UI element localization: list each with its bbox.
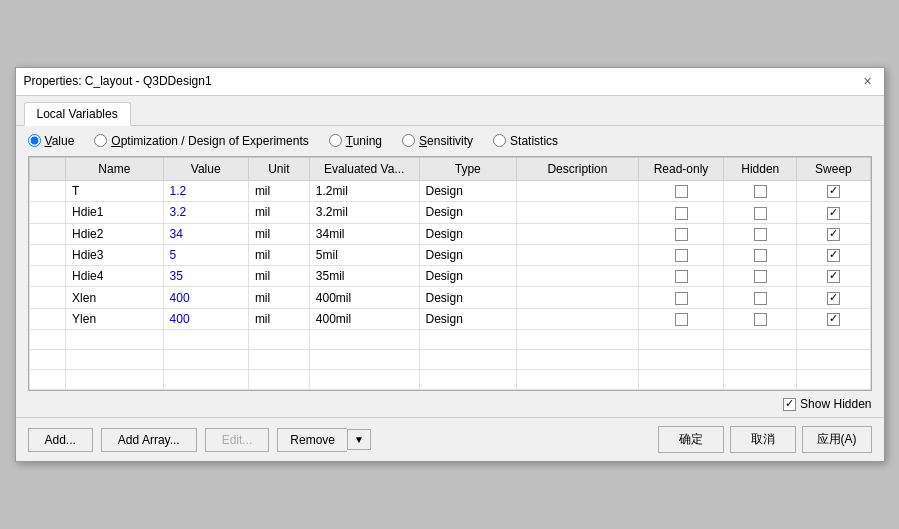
checkbox-cell[interactable] — [724, 287, 797, 308]
checkbox-cell[interactable] — [638, 287, 723, 308]
table-row[interactable]: Hdie435mil35milDesign — [29, 266, 870, 287]
checkbox-cell[interactable] — [724, 223, 797, 244]
checkbox-cell[interactable] — [797, 266, 870, 287]
col-header-type: Type — [419, 157, 517, 180]
radio-sensitivity[interactable]: Sensitivity — [402, 134, 473, 148]
add-array-button[interactable]: Add Array... — [101, 428, 197, 452]
table-row[interactable]: Hdie13.2mil3.2milDesign — [29, 202, 870, 223]
table-row[interactable]: Hdie35mil5milDesign — [29, 244, 870, 265]
checkbox-cell[interactable] — [797, 202, 870, 223]
title-bar: Properties: C_layout - Q3DDesign1 × — [16, 68, 884, 96]
col-header-hidden: Hidden — [724, 157, 797, 180]
content-area: Name Value Unit Evaluated Va... Type Des… — [16, 156, 884, 391]
col-header-unit: Unit — [248, 157, 309, 180]
col-header-value: Value — [163, 157, 248, 180]
col-header-evaluated: Evaluated Va... — [309, 157, 419, 180]
checkbox-cell[interactable] — [724, 308, 797, 329]
table-header-row: Name Value Unit Evaluated Va... Type Des… — [29, 157, 870, 180]
confirm-buttons: 确定 取消 应用(A) — [658, 426, 872, 453]
show-hidden-checkbox[interactable] — [783, 398, 796, 411]
checkbox-cell[interactable] — [638, 223, 723, 244]
table-row[interactable]: Ylen400mil400milDesign — [29, 308, 870, 329]
checkbox-cell[interactable] — [638, 266, 723, 287]
table-row[interactable]: Hdie234mil34milDesign — [29, 223, 870, 244]
checkbox-cell[interactable] — [638, 308, 723, 329]
radio-tuning[interactable]: Tuning — [329, 134, 382, 148]
checkbox-cell[interactable] — [797, 180, 870, 201]
show-hidden-label: Show Hidden — [800, 397, 871, 411]
radio-statistics[interactable]: Statistics — [493, 134, 558, 148]
checkbox-cell[interactable] — [638, 244, 723, 265]
radio-tuning-label: Tuning — [346, 134, 382, 148]
checkbox-cell[interactable] — [797, 308, 870, 329]
radio-value[interactable]: Value — [28, 134, 75, 148]
variables-table-container: Name Value Unit Evaluated Va... Type Des… — [28, 156, 872, 391]
col-header-description: Description — [517, 157, 639, 180]
show-hidden-bar: Show Hidden — [16, 391, 884, 417]
radio-optimization-label: Optimization / Design of Experiments — [111, 134, 308, 148]
table-row[interactable]: T1.2mil1.2milDesign — [29, 180, 870, 201]
checkbox-cell[interactable] — [797, 287, 870, 308]
remove-button[interactable]: Remove — [277, 428, 347, 452]
close-button[interactable]: × — [860, 73, 876, 89]
col-header-readonly: Read-only — [638, 157, 723, 180]
edit-button[interactable]: Edit... — [205, 428, 270, 452]
tabs-container: Local Variables — [16, 96, 884, 126]
table-row-empty — [29, 330, 870, 350]
radio-sensitivity-label: Sensitivity — [419, 134, 473, 148]
add-button[interactable]: Add... — [28, 428, 93, 452]
radio-optimization[interactable]: Optimization / Design of Experiments — [94, 134, 308, 148]
col-header-sweep: Sweep — [797, 157, 870, 180]
checkbox-cell[interactable] — [638, 180, 723, 201]
checkbox-cell[interactable] — [724, 202, 797, 223]
radio-statistics-label: Statistics — [510, 134, 558, 148]
cancel-button[interactable]: 取消 — [730, 426, 796, 453]
action-button-row: Add... Add Array... Edit... Remove ▼ 确定 … — [16, 417, 884, 461]
checkbox-cell[interactable] — [797, 223, 870, 244]
remove-button-group: Remove ▼ — [277, 428, 371, 452]
window-title: Properties: C_layout - Q3DDesign1 — [24, 74, 212, 88]
table-row[interactable]: Xlen400mil400milDesign — [29, 287, 870, 308]
radio-value-label: Value — [45, 134, 75, 148]
variables-table: Name Value Unit Evaluated Va... Type Des… — [29, 157, 871, 390]
table-row-empty — [29, 350, 870, 370]
table-row-empty — [29, 370, 870, 390]
checkbox-cell[interactable] — [724, 244, 797, 265]
ok-button[interactable]: 确定 — [658, 426, 724, 453]
checkbox-cell[interactable] — [724, 266, 797, 287]
remove-dropdown-arrow[interactable]: ▼ — [347, 429, 371, 450]
show-hidden-row: Show Hidden — [783, 397, 871, 411]
apply-button[interactable]: 应用(A) — [802, 426, 872, 453]
radio-options-row: Value Optimization / Design of Experimen… — [16, 126, 884, 156]
checkbox-cell[interactable] — [797, 244, 870, 265]
checkbox-cell[interactable] — [638, 202, 723, 223]
tab-local-variables[interactable]: Local Variables — [24, 102, 131, 126]
col-header-name: Name — [66, 157, 164, 180]
main-window: Properties: C_layout - Q3DDesign1 × Loca… — [15, 67, 885, 462]
checkbox-cell[interactable] — [724, 180, 797, 201]
col-header-index — [29, 157, 66, 180]
